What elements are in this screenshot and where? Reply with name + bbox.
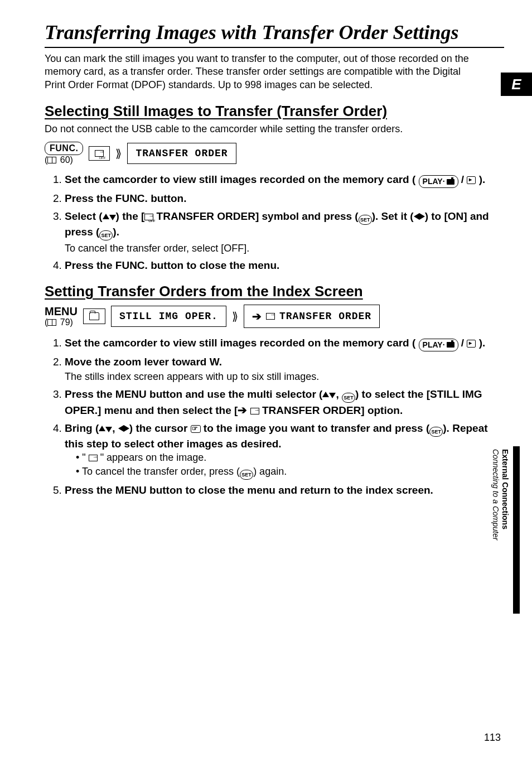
- transfer-order-box-2: ➔ TRANSFER ORDER: [244, 305, 380, 328]
- flow-arrow-icon: ⟫: [115, 147, 122, 160]
- s3d: ). Set it (: [372, 210, 414, 222]
- is4a: Bring (: [65, 422, 99, 434]
- func-button-label: FUNC.: [45, 142, 83, 155]
- index-heading: Setting Transfer Orders from the Index S…: [45, 283, 504, 300]
- up-arrow-icon: [103, 214, 109, 219]
- zoom-w: W: [210, 356, 219, 368]
- set-button-icon-4: SET: [429, 427, 443, 437]
- menu-ref-num: 79: [60, 317, 70, 327]
- s3b: ) the [: [116, 210, 145, 222]
- step1-paren-close: ).: [479, 173, 486, 185]
- language-tab: E: [501, 73, 532, 96]
- still-img-box: STILL IMG OPER.: [111, 306, 226, 327]
- cursor-hand-icon: [191, 425, 201, 433]
- step4-note1: " " appears on the image.: [76, 451, 504, 464]
- transfer-icon-2: [250, 408, 259, 414]
- is5: Press the MENU button to close the menu …: [65, 484, 433, 496]
- idx-step-3: Press the MENU button and use the multi …: [65, 387, 504, 418]
- s3a: Select (: [65, 210, 103, 222]
- step-4: Press the FUNC. button to close the menu…: [65, 258, 504, 273]
- set-button-icon-3: SET: [342, 393, 355, 403]
- istep1-slash: /: [461, 337, 464, 349]
- s3c: TRANSFER ORDER] symbol and press (: [153, 210, 358, 222]
- idx-step-1: Set the camcorder to view still images r…: [65, 336, 504, 351]
- step4-notes: " " appears on the image. To cancel the …: [65, 451, 504, 479]
- transfer-order-label-2: TRANSFER ORDER: [279, 311, 371, 322]
- step4-text: Press the FUNC. button to close the menu…: [65, 259, 279, 271]
- step1-paren-open: (: [412, 173, 415, 185]
- play-label: PLAY·: [423, 176, 445, 187]
- play-mode-pill-2: PLAY·: [419, 339, 458, 351]
- is3b: ,: [336, 388, 342, 400]
- camera-icon-2: [447, 342, 454, 348]
- func-block: FUNC. ( 60): [45, 142, 83, 165]
- manual-ref-icon-2: [47, 319, 56, 326]
- memory-card-icon-2: [467, 340, 476, 348]
- page-title: Transferring Images with Transfer Order …: [45, 22, 504, 44]
- is4b: ,: [112, 422, 118, 434]
- idx-step-5: Press the MENU button to close the menu …: [65, 483, 504, 498]
- play-mode-pill: PLAY·: [419, 175, 458, 188]
- icon-box: [89, 146, 110, 161]
- play-label-2: PLAY·: [423, 340, 445, 350]
- istep1-po: (: [412, 337, 415, 349]
- down-arrow-icon-3: [105, 427, 112, 432]
- set-button-icon-5: SET: [240, 470, 253, 480]
- is4c: ) the cursor: [129, 422, 191, 434]
- is2b: .: [219, 356, 222, 368]
- n2b: ) again.: [253, 466, 287, 477]
- s3f: ).: [113, 226, 119, 238]
- idx-step-4: Bring (, ) the cursor to the image you w…: [65, 421, 504, 480]
- istep1-text: Set the camcorder to view still images r…: [65, 337, 409, 349]
- istep1-pc: ).: [479, 337, 486, 349]
- transfer-icon-3: [89, 455, 98, 461]
- menu-block: MENU ( 79): [45, 305, 78, 327]
- menu-row: MENU ( 79) STILL IMG OPER. ⟫ ➔ TRANSFER …: [45, 305, 504, 328]
- selecting-note: Do not connect the USB cable to the camc…: [45, 123, 504, 135]
- title-rule: [45, 47, 504, 48]
- n2a: To cancel the transfer order, press (: [82, 466, 240, 477]
- manual-ref-icon: [47, 157, 56, 163]
- is3d: TRANSFER ORDER] option.: [259, 404, 403, 416]
- idx-step-2: Move the zoom lever toward W. The stills…: [65, 355, 504, 384]
- folder-icon-box: [83, 308, 105, 324]
- still-img-label: STILL IMG OPER.: [119, 311, 218, 322]
- selecting-steps: Set the camcorder to view still images r…: [45, 172, 504, 273]
- n1b: " appears on the image.: [98, 452, 207, 463]
- set-button-icon: SET: [359, 215, 372, 225]
- func-row: FUNC. ( 60) ⟫ TRANSFER ORDER: [45, 142, 504, 165]
- intro-paragraph: You can mark the still images you want t…: [45, 52, 480, 91]
- is3a: Press the MENU button and use the multi …: [65, 388, 322, 400]
- side-section-label: External Connections Connecting to a Com…: [491, 449, 510, 540]
- is4d: to the image you want to transfer and pr…: [201, 422, 430, 434]
- side-subsection: Connecting to a Computer: [491, 449, 500, 540]
- left-arrow-icon: [414, 213, 419, 220]
- step-1: Set the camcorder to view still images r…: [65, 172, 504, 188]
- transfer-off-icon: [95, 150, 104, 157]
- index-steps: Set the camcorder to view still images r…: [45, 336, 504, 498]
- side-index-bar: [513, 446, 520, 614]
- goto-arrow-icon: ➔: [252, 310, 262, 323]
- up-arrow-icon-2: [322, 392, 329, 397]
- right-arrow-icon-2: [124, 425, 129, 432]
- is2-note: The stills index screen appears with up …: [65, 370, 504, 383]
- transfer-order-label: TRANSFER ORDER: [136, 148, 228, 159]
- func-ref-num: 60: [60, 155, 70, 165]
- camera-icon: [447, 179, 454, 185]
- step-3: Select () the [ TRANSFER ORDER] symbol a…: [65, 209, 504, 255]
- menu-label: MENU: [45, 305, 78, 317]
- left-arrow-icon-2: [118, 425, 124, 432]
- step-2: Press the FUNC. button.: [65, 191, 504, 206]
- set-button-icon-2: SET: [99, 230, 113, 240]
- transfer-off-icon-inline: [144, 214, 153, 220]
- s3-note: To cancel the transfer order, select [OF…: [65, 242, 504, 255]
- step2-text: Press the FUNC. button.: [65, 192, 187, 204]
- n1a: ": [82, 452, 88, 463]
- down-arrow-icon-2: [329, 393, 336, 398]
- side-section: External Connections: [501, 449, 510, 529]
- page-number: 113: [484, 732, 501, 744]
- transfer-order-box: TRANSFER ORDER: [127, 143, 236, 164]
- selecting-heading: Selecting Still Images to Transfer (Tran…: [45, 103, 504, 120]
- folder-icon: [89, 312, 99, 320]
- memory-card-icon: [467, 176, 476, 184]
